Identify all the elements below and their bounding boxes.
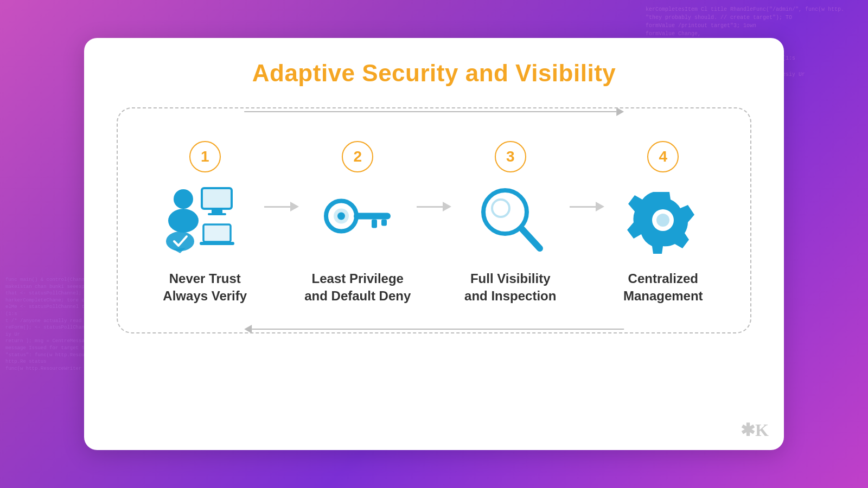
svg-rect-7 <box>203 224 231 242</box>
step-2-icon <box>314 182 401 258</box>
svg-point-9 <box>166 232 194 251</box>
arrow-1-2 <box>260 202 303 244</box>
svg-line-18 <box>521 228 540 248</box>
bottom-arrow <box>244 325 624 333</box>
svg-point-0 <box>174 189 193 209</box>
steps-row: 1 <box>150 141 718 305</box>
svg-point-1 <box>168 209 199 233</box>
arrow-3-4 <box>565 202 609 244</box>
step-1-label: Never TrustAlways Verify <box>163 270 247 305</box>
watermark: ✱K <box>741 420 769 440</box>
svg-rect-8 <box>200 242 234 245</box>
step-4-icon <box>620 182 706 258</box>
step-4-number: 4 <box>647 141 679 172</box>
main-card: Adaptive Security and Visibility 1 <box>84 38 784 450</box>
svg-point-21 <box>656 214 669 227</box>
page-title: Adaptive Security and Visibility <box>117 60 751 87</box>
step-3: 3 Full Visibilityand Inspection <box>456 141 565 305</box>
svg-rect-5 <box>208 213 226 215</box>
step-1-number: 1 <box>189 141 221 172</box>
step-2-label: Least Privilegeand Default Deny <box>304 270 411 305</box>
arrow-2-3 <box>412 202 456 244</box>
step-2-number: 2 <box>342 141 373 172</box>
step-3-number: 3 <box>495 141 526 172</box>
svg-rect-16 <box>381 219 387 226</box>
step-3-label: Full Visibilityand Inspection <box>464 270 556 305</box>
dashed-border-box: 1 <box>117 107 751 333</box>
top-arrow <box>244 107 624 116</box>
svg-point-19 <box>492 200 509 217</box>
step-1-icon <box>162 182 248 258</box>
step-3-icon <box>467 182 554 258</box>
step-4-label: CentralizedManagement <box>623 270 703 305</box>
svg-rect-15 <box>372 219 377 228</box>
step-1: 1 <box>150 141 260 305</box>
svg-rect-14 <box>354 213 391 219</box>
step-2: 2 Least Privilegeand Def <box>303 141 413 305</box>
svg-rect-4 <box>212 209 222 213</box>
svg-point-13 <box>337 212 345 220</box>
step-4: 4 CentralizedManagement <box>609 141 718 305</box>
svg-rect-3 <box>202 188 232 209</box>
